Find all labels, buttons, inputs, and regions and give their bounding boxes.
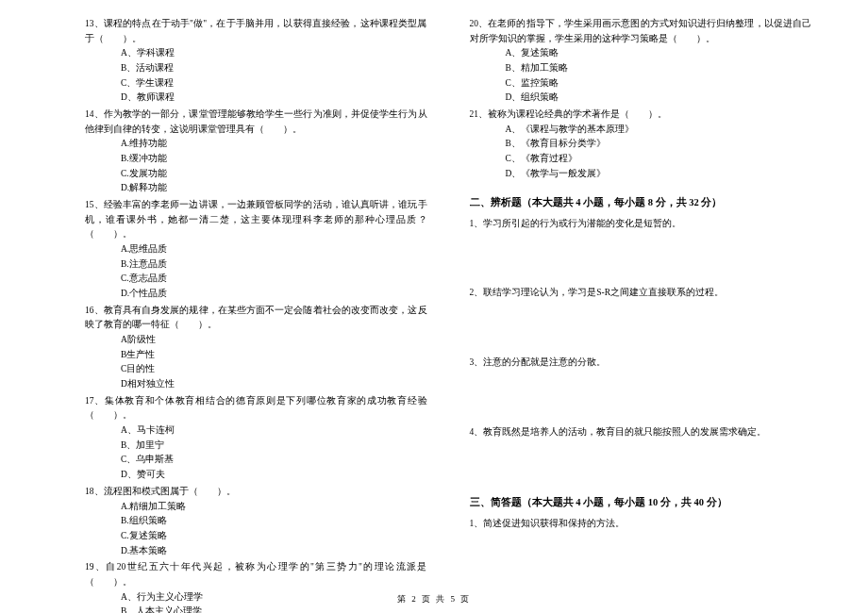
q20-opt-d: D、组织策略: [470, 91, 812, 106]
q14-opt-a: A.维持功能: [85, 137, 427, 152]
analysis-q3: 3、注意的分配就是注意的分散。: [470, 356, 812, 371]
q20-opt-a: A、复述策略: [470, 46, 812, 61]
q21-opt-a: A、《课程与教学的基本原理》: [470, 123, 812, 138]
question-13: 13、课程的特点在于动手"做"，在于手脑并用，以获得直接经验，这种课程类型属于（…: [85, 17, 427, 106]
q18-stem: 18、流程图和模式图属于（ ）。: [85, 485, 427, 500]
left-column: 13、课程的特点在于动手"做"，在于手脑并用，以获得直接经验，这种课程类型属于（…: [85, 17, 427, 578]
q13-opt-a: A、学科课程: [85, 46, 427, 61]
question-14: 14、作为教学的一部分，课堂管理能够教给学生一些行为准则，并促使学生行为从他律到…: [85, 108, 427, 196]
question-15: 15、经验丰富的李老师一边讲课，一边兼顾管板同学的活动，谁认真听讲，谁玩手机，谁…: [85, 198, 427, 302]
q16-opt-d: D相对独立性: [85, 377, 427, 392]
q18-opt-a: A.精细加工策略: [85, 500, 427, 515]
short-answer-q1: 1、简述促进知识获得和保持的方法。: [470, 517, 812, 532]
page-content: 13、课程的特点在于动手"做"，在于手脑并用，以获得直接经验，这种课程类型属于（…: [85, 17, 811, 578]
q21-opt-c: C、《教育过程》: [470, 152, 812, 167]
q17-opt-b: B、加里宁: [85, 439, 427, 454]
analysis-q1: 1、学习所引起的行为或行为潜能的变化是短暂的。: [470, 217, 812, 232]
q21-opt-b: B、《教育目标分类学》: [470, 137, 812, 152]
analysis-q2: 2、联结学习理论认为，学习是S-R之间建立直接联系的过程。: [470, 286, 812, 301]
question-21: 21、被称为课程论经典的学术著作是（ ）。 A、《课程与教学的基本原理》 B、《…: [470, 108, 812, 181]
q16-opt-b: B生产性: [85, 348, 427, 363]
right-column: 20、在老师的指导下，学生采用画示意图的方式对知识进行归纳整理，以促进自己对所学…: [470, 17, 812, 578]
question-18: 18、流程图和模式图属于（ ）。 A.精细加工策略 B.组织策略 C.复述策略 …: [85, 485, 427, 558]
q18-opt-c: C.复述策略: [85, 529, 427, 544]
question-16: 16、教育具有自身发展的规律，在某些方面不一定会随着社会的改变而改变，这反映了教…: [85, 304, 427, 392]
q17-opt-c: C、乌申斯基: [85, 453, 427, 468]
q15-opt-d: D.个性品质: [85, 287, 427, 302]
section-3-title: 三、简答题（本大题共 4 小题，每小题 10 分，共 40 分）: [470, 494, 812, 510]
q15-opt-b: B.注意品质: [85, 257, 427, 273]
q20-opt-b: B、精加工策略: [470, 61, 812, 76]
question-20: 20、在老师的指导下，学生采用画示意图的方式对知识进行归纳整理，以促进自己对所学…: [470, 17, 812, 106]
q16-opt-c: C目的性: [85, 362, 427, 377]
q18-opt-b: B.组织策略: [85, 514, 427, 529]
q13-opt-b: B、活动课程: [85, 61, 427, 76]
q18-opt-d: D.基本策略: [85, 544, 427, 559]
q14-opt-c: C.发展功能: [85, 167, 427, 182]
q15-opt-c: C.意志品质: [85, 272, 427, 287]
question-17: 17、集体教育和个体教育相结合的德育原则是下列哪位教育家的成功教育经验（ ）。 …: [85, 394, 427, 483]
q17-stem: 17、集体教育和个体教育相结合的德育原则是下列哪位教育家的成功教育经验（ ）。: [85, 394, 427, 423]
q13-stem: 13、课程的特点在于动手"做"，在于手脑并用，以获得直接经验，这种课程类型属于（…: [85, 17, 427, 46]
q14-opt-b: B.缓冲功能: [85, 152, 427, 167]
section-2-title: 二、辨析题（本大题共 4 小题，每小题 8 分，共 32 分）: [470, 194, 812, 210]
analysis-q4: 4、教育既然是培养人的活动，教育目的就只能按照人的发展需求确定。: [470, 425, 812, 440]
q19-stem: 19、自20世纪五六十年代兴起，被称为心理学的"第三势力"的理论流派是（ ）。: [85, 560, 427, 589]
q15-opt-a: A.思维品质: [85, 242, 427, 257]
q13-opt-d: D、教师课程: [85, 91, 427, 106]
q19-opt-b: B、人本主义心理学: [85, 605, 427, 613]
q16-opt-a: A阶级性: [85, 333, 427, 348]
q21-stem: 21、被称为课程论经典的学术著作是（ ）。: [470, 108, 812, 123]
q20-stem: 20、在老师的指导下，学生采用画示意图的方式对知识进行归纳整理，以促进自己对所学…: [470, 17, 812, 46]
q16-stem: 16、教育具有自身发展的规律，在某些方面不一定会随着社会的改变而改变，这反映了教…: [85, 304, 427, 333]
q17-opt-a: A、马卡连柯: [85, 423, 427, 439]
q17-opt-d: D、赞可夫: [85, 468, 427, 483]
q14-stem: 14、作为教学的一部分，课堂管理能够教给学生一些行为准则，并促使学生行为从他律到…: [85, 108, 427, 137]
q21-opt-d: D、《教学与一般发展》: [470, 167, 812, 182]
q14-opt-d: D.解释功能: [85, 181, 427, 196]
q20-opt-c: C、监控策略: [470, 76, 812, 91]
page-footer: 第 2 页 共 5 页: [0, 593, 868, 605]
q13-opt-c: C、学生课程: [85, 76, 427, 91]
q15-stem: 15、经验丰富的李老师一边讲课，一边兼顾管板同学的活动，谁认真听讲，谁玩手机，谁…: [85, 198, 427, 242]
